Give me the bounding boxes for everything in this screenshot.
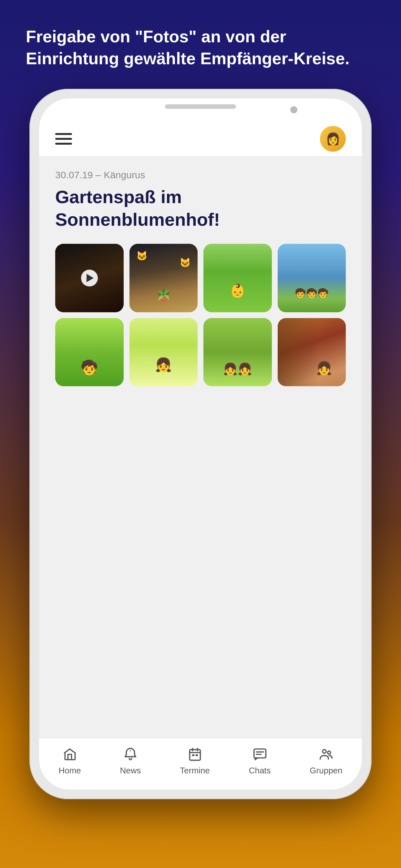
app-header: 👩 [39,121,362,157]
nav-label-news: News [120,766,141,776]
status-bar [39,98,362,121]
photo-thumb-1[interactable] [55,244,124,312]
nav-label-termine: Termine [180,766,210,776]
nav-item-gruppen[interactable]: Gruppen [310,746,342,776]
photo-thumb-3[interactable]: 👶 [204,244,272,312]
hamburger-button[interactable] [55,133,72,145]
photo-thumb-7[interactable]: 👧👧 [204,318,272,386]
nav-item-news[interactable]: News [120,746,141,776]
svg-point-0 [130,750,131,751]
photo-thumb-5[interactable]: 🧒 [55,318,124,386]
hamburger-line-3 [55,143,72,145]
post-date-group: 30.07.19 – Kängurus [55,169,346,181]
chat-icon [251,746,269,763]
photo-thumb-8[interactable]: 👧 [278,318,346,386]
phone-frame: 👩 30.07.19 – Kängurus Gartenspaß im Sonn… [29,89,372,799]
photo-thumb-4[interactable]: 🧒🧒🧒 [278,244,346,312]
svg-rect-2 [192,754,194,756]
calendar-icon [186,746,204,763]
nav-item-home[interactable]: Home [58,746,81,776]
camera-dot [290,106,297,113]
phone-inner: 👩 30.07.19 – Kängurus Gartenspaß im Sonn… [39,98,362,789]
header-text: Freigabe von "Fotos" an von der Einricht… [0,0,401,89]
nav-item-termine[interactable]: Termine [180,746,210,776]
svg-rect-4 [254,749,266,758]
notch-bar [165,104,236,109]
home-icon [61,746,79,763]
avatar[interactable]: 👩 [320,126,346,152]
svg-rect-3 [195,754,197,756]
bell-icon [122,746,139,763]
nav-label-chats: Chats [249,766,271,776]
svg-rect-1 [189,750,200,761]
hamburger-line-2 [55,138,72,140]
photo-thumb-6[interactable]: 👧 [129,318,198,386]
bottom-nav: Home News [39,738,362,789]
app-content: 30.07.19 – Kängurus Gartenspaß im Sonnen… [39,157,362,738]
play-triangle-icon [87,274,94,282]
nav-item-chats[interactable]: Chats [249,746,271,776]
svg-point-6 [328,751,331,754]
nav-label-home: Home [58,766,81,776]
svg-point-5 [322,750,326,753]
groups-icon [317,746,335,763]
photo-grid: 🪴 🐱 🐱 👶 🧒🧒🧒 🧒 [55,244,346,386]
nav-label-gruppen: Gruppen [310,766,342,776]
photo-thumb-2[interactable]: 🪴 🐱 🐱 [129,244,198,312]
post-title: Gartenspaß im Sonnenblumenhof! [55,186,346,231]
hamburger-line-1 [55,133,72,135]
play-button[interactable] [81,270,98,286]
